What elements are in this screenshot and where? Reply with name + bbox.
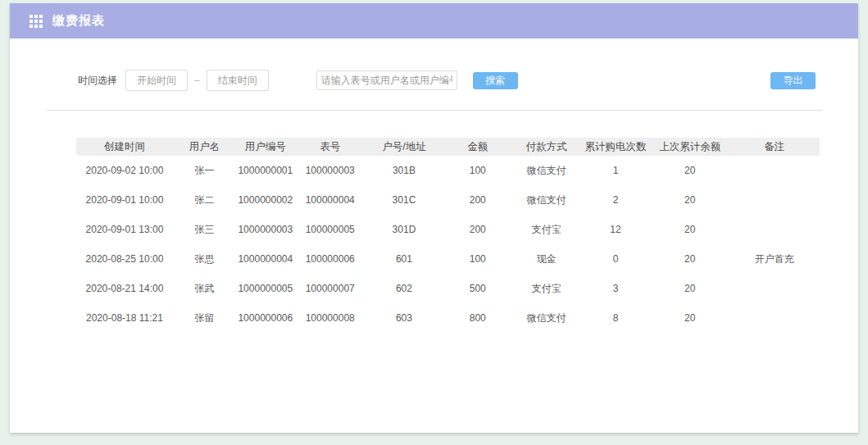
table-cell: 301C (366, 185, 443, 215)
table-cell: 3 (580, 274, 651, 303)
column-header: 累计购电次数 (580, 138, 651, 156)
column-header: 用户名 (173, 138, 236, 156)
table-cell: 20 (651, 185, 729, 215)
table-cell: 12 (580, 215, 651, 244)
start-time-input[interactable] (125, 70, 188, 91)
table-cell: 8 (580, 303, 651, 333)
table-cell: 100000006 (295, 244, 366, 274)
table-cell: 支付宝 (512, 274, 580, 303)
table-cell: 800 (443, 303, 512, 333)
column-header: 上次累计余额 (651, 138, 729, 156)
table-cell: 2 (580, 185, 651, 215)
table-cell (729, 303, 820, 333)
table-cell: 微信支付 (512, 185, 580, 215)
table-cell: 1000000005 (236, 274, 295, 303)
range-separator: – (194, 75, 200, 86)
table-cell: 602 (366, 274, 443, 303)
table-row: 2020-08-18 11:21张留1000000006100000008603… (76, 303, 820, 333)
table-cell: 301D (366, 215, 443, 244)
column-header: 户号/地址 (366, 138, 443, 156)
table-cell: 张三 (173, 215, 236, 244)
table-cell: 603 (366, 303, 443, 333)
table-cell: 张武 (173, 274, 236, 303)
table-cell: 20 (651, 303, 729, 333)
table-cell: 200 (443, 185, 512, 215)
table-cell: 20 (651, 156, 729, 185)
page-title: 缴费报表 (52, 13, 105, 29)
table-row: 2020-09-01 10:00张二1000000002100000004301… (76, 185, 820, 215)
table-cell: 100 (443, 156, 512, 185)
table-cell (729, 215, 820, 244)
table-cell: 1 (580, 156, 651, 185)
table-cell: 1000000003 (236, 215, 295, 244)
table-cell (729, 185, 820, 215)
report-card: 缴费报表 时间选择 – 搜索 导出 创建时间用户名用户编号表号户号/地址金额付款… (10, 3, 858, 433)
table-cell: 20 (651, 244, 729, 274)
column-header: 备注 (729, 138, 820, 156)
table-cell: 100 (443, 244, 512, 274)
column-header: 金额 (443, 138, 512, 156)
column-header: 表号 (295, 138, 366, 156)
table-cell: 20 (651, 215, 729, 244)
filter-divider (47, 110, 822, 111)
table-cell: 张二 (173, 185, 236, 215)
table-cell: 1000000001 (236, 156, 295, 185)
table-cell: 微信支付 (512, 303, 580, 333)
table-cell: 500 (443, 274, 512, 303)
table-header-row: 创建时间用户名用户编号表号户号/地址金额付款方式累计购电次数上次累计余额备注 (76, 138, 820, 156)
column-header: 付款方式 (512, 138, 580, 156)
time-select-label: 时间选择 (78, 74, 117, 88)
table-cell: 微信支付 (512, 156, 580, 185)
column-header: 创建时间 (76, 138, 173, 156)
table-cell: 1000000002 (236, 185, 295, 215)
table-cell: 2020-09-02 10:00 (76, 156, 173, 185)
table-cell: 2020-08-21 14:00 (76, 274, 173, 303)
table-cell: 2020-09-01 10:00 (76, 185, 173, 215)
table-cell: 100000008 (295, 303, 366, 333)
table-cell: 100000005 (295, 215, 366, 244)
export-button[interactable]: 导出 (770, 72, 816, 89)
table-row: 2020-09-02 10:00张一1000000001100000003301… (76, 156, 820, 185)
table-cell: 301B (366, 156, 443, 185)
table-cell (729, 156, 820, 185)
table-cell: 2020-09-01 13:00 (76, 215, 173, 244)
table-cell: 100000003 (295, 156, 366, 185)
column-header: 用户编号 (236, 138, 295, 156)
end-time-input[interactable] (207, 70, 269, 91)
table-cell: 开户首充 (729, 244, 820, 274)
table-cell: 现金 (512, 244, 580, 274)
table-cell: 1000000004 (236, 244, 295, 274)
table-cell (729, 274, 820, 303)
table-cell: 0 (580, 244, 651, 274)
search-button[interactable]: 搜索 (473, 72, 518, 89)
table-row: 2020-09-01 13:00张三1000000003100000005301… (76, 215, 820, 244)
table-cell: 张思 (173, 244, 236, 274)
table-cell: 100000007 (295, 274, 366, 303)
table-row: 2020-08-21 14:00张武1000000005100000007602… (76, 274, 820, 303)
search-input[interactable] (316, 70, 457, 90)
table-cell: 601 (366, 244, 443, 274)
table-cell: 支付宝 (512, 215, 580, 244)
table-cell: 20 (651, 274, 729, 303)
table-cell: 张一 (173, 156, 236, 185)
table-cell: 1000000006 (236, 303, 295, 333)
payment-report-table: 创建时间用户名用户编号表号户号/地址金额付款方式累计购电次数上次累计余额备注 2… (76, 138, 820, 333)
table-row: 2020-08-25 10:00张思1000000004100000006601… (76, 244, 820, 274)
table-cell: 200 (443, 215, 512, 244)
filter-bar: 时间选择 – 搜索 导出 (10, 70, 858, 90)
grid-menu-icon (30, 15, 43, 28)
table-cell: 2020-08-18 11:21 (76, 303, 173, 333)
table-cell: 100000004 (295, 185, 366, 215)
table-cell: 2020-08-25 10:00 (76, 244, 173, 274)
title-bar: 缴费报表 (10, 3, 858, 39)
table-cell: 张留 (173, 303, 236, 333)
